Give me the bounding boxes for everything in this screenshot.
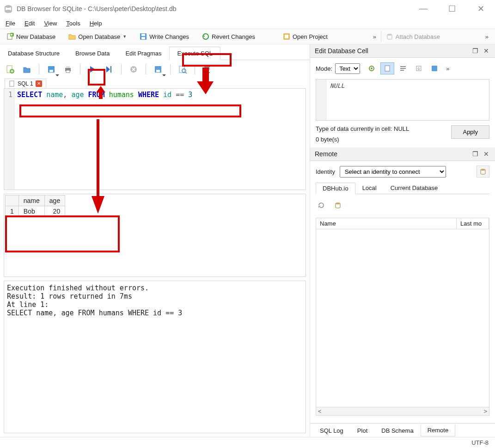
cell-age[interactable]: 20 — [44, 206, 65, 217]
db-icon[interactable] — [334, 202, 342, 210]
write-changes-label: Write Changes — [149, 33, 189, 40]
edit-cell-title: Edit Database Cell — [315, 47, 468, 55]
open-sql-file-icon[interactable] — [20, 63, 33, 76]
open-database-label: Open Database — [78, 33, 120, 40]
dock-icon[interactable]: ❐ — [471, 150, 479, 158]
remote-scrollbar[interactable]: <> — [316, 407, 489, 415]
identity-select[interactable]: Select an identity to connect — [340, 166, 446, 178]
maximize-button[interactable]: ☐ — [445, 4, 459, 14]
svg-rect-9 — [285, 35, 288, 38]
menu-help[interactable]: Help — [86, 19, 106, 28]
svg-point-0 — [5, 5, 12, 8]
result-pane[interactable]: name age 1 Bob 20 — [4, 194, 306, 277]
stop-icon[interactable] — [127, 63, 140, 76]
open-project-button[interactable]: Open Project — [278, 31, 332, 42]
sql-editor[interactable]: 1 SELECT name, age FROM humans WHERE id … — [4, 88, 306, 190]
svg-rect-29 — [432, 66, 437, 71]
tab-database-structure[interactable]: Database Structure — [0, 47, 67, 60]
mode-select[interactable]: Text — [335, 63, 360, 74]
svg-rect-14 — [49, 70, 53, 72]
sql-tab-label: SQL 1 — [18, 80, 33, 87]
tab-local[interactable]: Local — [355, 182, 384, 194]
close-panel-icon[interactable]: ✕ — [482, 150, 490, 158]
indent-icon[interactable] — [201, 63, 214, 76]
status-bar: UTF-8 — [0, 437, 495, 448]
new-sql-tab-icon[interactable] — [4, 63, 17, 76]
new-database-button[interactable]: New Database — [2, 31, 60, 42]
revert-changes-button[interactable]: Revert Changes — [197, 31, 260, 42]
editor-code[interactable]: SELECT name, age FROM humans WHERE id ==… — [14, 89, 306, 190]
menu-view[interactable]: View — [40, 19, 61, 28]
write-changes-button[interactable]: Write Changes — [135, 31, 194, 42]
save-results-icon[interactable] — [152, 63, 165, 76]
mode-overflow[interactable]: » — [446, 65, 449, 72]
svg-point-26 — [371, 68, 373, 69]
tab-edit-pragmas[interactable]: Edit Pragmas — [117, 47, 169, 60]
tab-execute-sql[interactable]: Execute SQL — [169, 47, 220, 60]
result-table: name age 1 Bob 20 — [5, 195, 65, 217]
svg-rect-6 — [141, 34, 145, 36]
main-toolbar: New Database Open Database ▼ Write Chang… — [0, 29, 495, 44]
refresh-icon[interactable] — [318, 202, 325, 210]
svg-rect-27 — [385, 66, 390, 71]
tab-remote[interactable]: Remote — [421, 424, 456, 436]
remote-panel: Remote ❐ ✕ Identity Select an identity t… — [310, 147, 495, 437]
new-database-label: New Database — [16, 33, 55, 40]
toolbar-overflow[interactable]: » — [368, 33, 381, 40]
dock-icon[interactable]: ❐ — [471, 47, 479, 55]
remote-table-body[interactable] — [316, 229, 489, 407]
result-col-age[interactable]: age — [44, 196, 65, 206]
text-mode-icon[interactable] — [380, 62, 394, 74]
execute-all-icon[interactable] — [86, 63, 99, 76]
remote-col-last[interactable]: Last mo — [457, 218, 489, 229]
close-button[interactable]: ✕ — [474, 4, 488, 14]
attach-database-label: Attach Database — [396, 33, 440, 40]
open-database-button[interactable]: Open Database ▼ — [64, 31, 131, 42]
export-icon[interactable] — [428, 62, 441, 74]
cell-name[interactable]: Bob — [18, 206, 44, 217]
svg-rect-21 — [156, 70, 160, 72]
log-pane[interactable]: Execution finished without errors. Resul… — [4, 281, 306, 433]
result-col-name[interactable]: name — [18, 196, 44, 206]
svg-rect-5 — [141, 37, 145, 39]
svg-point-31 — [336, 203, 340, 204]
tab-db-schema[interactable]: DB Schema — [374, 425, 420, 437]
save-sql-icon[interactable] — [45, 63, 58, 76]
svg-point-30 — [481, 169, 485, 171]
sql-tabs: SQL 1 ✕ — [0, 79, 310, 88]
find-icon[interactable] — [176, 63, 189, 76]
import-icon[interactable] — [412, 62, 426, 74]
table-row[interactable]: 1 Bob 20 — [6, 206, 65, 217]
menu-file[interactable]: File — [2, 19, 19, 28]
tab-sql-log[interactable]: SQL Log — [313, 425, 350, 437]
app-icon — [4, 4, 13, 13]
apply-button[interactable]: Apply — [451, 125, 489, 139]
svg-rect-24 — [10, 81, 14, 86]
tab-browse-data[interactable]: Browse Data — [67, 47, 117, 60]
execute-line-icon[interactable] — [103, 63, 116, 76]
print-icon[interactable] — [61, 63, 74, 76]
close-panel-icon[interactable]: ✕ — [482, 47, 490, 55]
toolbar-overflow-2[interactable]: » — [481, 33, 493, 40]
menu-tools[interactable]: Tools — [62, 19, 84, 28]
attach-database-button[interactable]: Attach Database — [381, 31, 445, 42]
document-icon — [9, 80, 15, 87]
indent-mode-icon[interactable] — [396, 62, 410, 74]
gear-icon[interactable] — [365, 62, 379, 74]
svg-point-10 — [387, 34, 392, 36]
cell-value-box[interactable]: NULL — [316, 79, 489, 121]
menu-edit[interactable]: Edit — [21, 19, 38, 28]
db-push-icon[interactable] — [477, 166, 489, 178]
tab-plot[interactable]: Plot — [350, 425, 374, 437]
close-sql-tab-icon[interactable]: ✕ — [36, 80, 42, 87]
sql-tab-1[interactable]: SQL 1 ✕ — [5, 79, 46, 88]
svg-rect-16 — [66, 66, 70, 68]
edit-cell-panel: Edit Database Cell ❐ ✕ Mode: Text — [310, 44, 495, 147]
minimize-button[interactable]: — — [416, 4, 430, 14]
tab-dbhub[interactable]: DBHub.io — [316, 183, 355, 194]
tab-current-database[interactable]: Current Database — [384, 182, 445, 194]
remote-col-name[interactable]: Name — [316, 218, 457, 229]
svg-point-1 — [5, 10, 12, 12]
svg-rect-22 — [179, 66, 184, 73]
mode-label: Mode: — [316, 65, 332, 72]
